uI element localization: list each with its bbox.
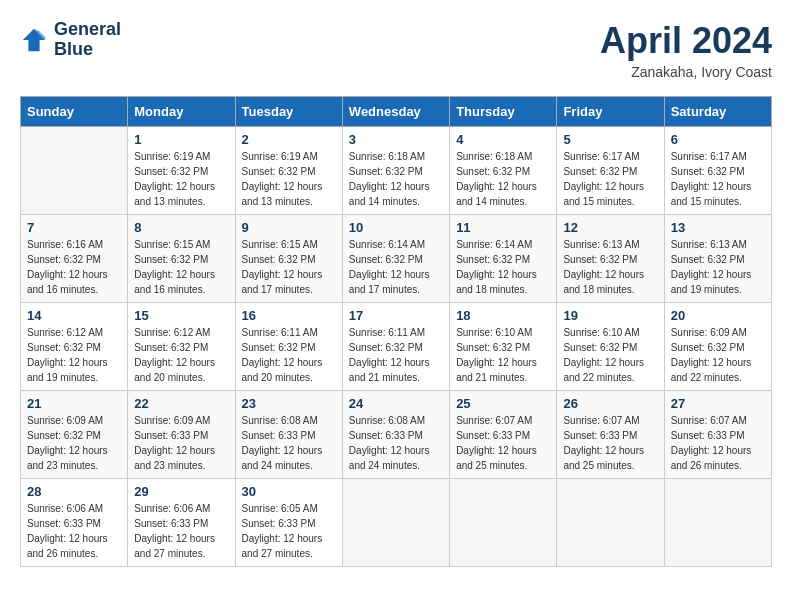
calendar-cell: 25 Sunrise: 6:07 AMSunset: 6:33 PMDaylig…	[450, 391, 557, 479]
calendar-cell: 24 Sunrise: 6:08 AMSunset: 6:33 PMDaylig…	[342, 391, 449, 479]
calendar-cell	[664, 479, 771, 567]
day-info: Sunrise: 6:12 AMSunset: 6:32 PMDaylight:…	[27, 325, 121, 385]
day-info: Sunrise: 6:18 AMSunset: 6:32 PMDaylight:…	[349, 149, 443, 209]
day-number: 17	[349, 308, 443, 323]
week-row-1: 1 Sunrise: 6:19 AMSunset: 6:32 PMDayligh…	[21, 127, 772, 215]
page-header: General Blue April 2024 Zanakaha, Ivory …	[20, 20, 772, 80]
header-day-tuesday: Tuesday	[235, 97, 342, 127]
day-info: Sunrise: 6:10 AMSunset: 6:32 PMDaylight:…	[563, 325, 657, 385]
day-info: Sunrise: 6:17 AMSunset: 6:32 PMDaylight:…	[563, 149, 657, 209]
day-info: Sunrise: 6:18 AMSunset: 6:32 PMDaylight:…	[456, 149, 550, 209]
day-number: 21	[27, 396, 121, 411]
day-info: Sunrise: 6:13 AMSunset: 6:32 PMDaylight:…	[563, 237, 657, 297]
calendar-cell: 23 Sunrise: 6:08 AMSunset: 6:33 PMDaylig…	[235, 391, 342, 479]
day-number: 16	[242, 308, 336, 323]
day-info: Sunrise: 6:17 AMSunset: 6:32 PMDaylight:…	[671, 149, 765, 209]
calendar-cell: 17 Sunrise: 6:11 AMSunset: 6:32 PMDaylig…	[342, 303, 449, 391]
calendar-cell: 22 Sunrise: 6:09 AMSunset: 6:33 PMDaylig…	[128, 391, 235, 479]
header-day-friday: Friday	[557, 97, 664, 127]
calendar-cell: 7 Sunrise: 6:16 AMSunset: 6:32 PMDayligh…	[21, 215, 128, 303]
logo-text: General Blue	[54, 20, 121, 60]
week-row-4: 21 Sunrise: 6:09 AMSunset: 6:32 PMDaylig…	[21, 391, 772, 479]
header-day-sunday: Sunday	[21, 97, 128, 127]
day-number: 1	[134, 132, 228, 147]
calendar-cell: 6 Sunrise: 6:17 AMSunset: 6:32 PMDayligh…	[664, 127, 771, 215]
day-number: 4	[456, 132, 550, 147]
calendar-body: 1 Sunrise: 6:19 AMSunset: 6:32 PMDayligh…	[21, 127, 772, 567]
day-number: 6	[671, 132, 765, 147]
day-number: 27	[671, 396, 765, 411]
day-info: Sunrise: 6:13 AMSunset: 6:32 PMDaylight:…	[671, 237, 765, 297]
day-number: 22	[134, 396, 228, 411]
calendar-cell: 19 Sunrise: 6:10 AMSunset: 6:32 PMDaylig…	[557, 303, 664, 391]
day-info: Sunrise: 6:10 AMSunset: 6:32 PMDaylight:…	[456, 325, 550, 385]
calendar-cell: 5 Sunrise: 6:17 AMSunset: 6:32 PMDayligh…	[557, 127, 664, 215]
day-info: Sunrise: 6:08 AMSunset: 6:33 PMDaylight:…	[242, 413, 336, 473]
calendar-header-row: SundayMondayTuesdayWednesdayThursdayFrid…	[21, 97, 772, 127]
day-info: Sunrise: 6:09 AMSunset: 6:32 PMDaylight:…	[27, 413, 121, 473]
day-info: Sunrise: 6:07 AMSunset: 6:33 PMDaylight:…	[671, 413, 765, 473]
calendar-cell: 2 Sunrise: 6:19 AMSunset: 6:32 PMDayligh…	[235, 127, 342, 215]
calendar-cell: 30 Sunrise: 6:05 AMSunset: 6:33 PMDaylig…	[235, 479, 342, 567]
day-info: Sunrise: 6:15 AMSunset: 6:32 PMDaylight:…	[134, 237, 228, 297]
day-info: Sunrise: 6:05 AMSunset: 6:33 PMDaylight:…	[242, 501, 336, 561]
calendar-cell: 26 Sunrise: 6:07 AMSunset: 6:33 PMDaylig…	[557, 391, 664, 479]
day-number: 8	[134, 220, 228, 235]
day-info: Sunrise: 6:19 AMSunset: 6:32 PMDaylight:…	[134, 149, 228, 209]
calendar-cell	[21, 127, 128, 215]
day-number: 30	[242, 484, 336, 499]
week-row-5: 28 Sunrise: 6:06 AMSunset: 6:33 PMDaylig…	[21, 479, 772, 567]
header-day-monday: Monday	[128, 97, 235, 127]
header-day-wednesday: Wednesday	[342, 97, 449, 127]
calendar-cell: 18 Sunrise: 6:10 AMSunset: 6:32 PMDaylig…	[450, 303, 557, 391]
day-number: 5	[563, 132, 657, 147]
calendar-cell	[557, 479, 664, 567]
day-number: 24	[349, 396, 443, 411]
calendar-cell: 14 Sunrise: 6:12 AMSunset: 6:32 PMDaylig…	[21, 303, 128, 391]
day-info: Sunrise: 6:07 AMSunset: 6:33 PMDaylight:…	[563, 413, 657, 473]
day-number: 29	[134, 484, 228, 499]
day-number: 11	[456, 220, 550, 235]
calendar-cell: 3 Sunrise: 6:18 AMSunset: 6:32 PMDayligh…	[342, 127, 449, 215]
day-number: 20	[671, 308, 765, 323]
day-number: 26	[563, 396, 657, 411]
day-number: 3	[349, 132, 443, 147]
logo-icon	[20, 26, 48, 54]
logo: General Blue	[20, 20, 121, 60]
day-info: Sunrise: 6:14 AMSunset: 6:32 PMDaylight:…	[456, 237, 550, 297]
day-info: Sunrise: 6:19 AMSunset: 6:32 PMDaylight:…	[242, 149, 336, 209]
calendar-cell: 27 Sunrise: 6:07 AMSunset: 6:33 PMDaylig…	[664, 391, 771, 479]
day-info: Sunrise: 6:16 AMSunset: 6:32 PMDaylight:…	[27, 237, 121, 297]
calendar-cell: 11 Sunrise: 6:14 AMSunset: 6:32 PMDaylig…	[450, 215, 557, 303]
calendar-cell: 15 Sunrise: 6:12 AMSunset: 6:32 PMDaylig…	[128, 303, 235, 391]
calendar-cell: 21 Sunrise: 6:09 AMSunset: 6:32 PMDaylig…	[21, 391, 128, 479]
day-number: 19	[563, 308, 657, 323]
day-info: Sunrise: 6:06 AMSunset: 6:33 PMDaylight:…	[27, 501, 121, 561]
day-info: Sunrise: 6:15 AMSunset: 6:32 PMDaylight:…	[242, 237, 336, 297]
day-info: Sunrise: 6:09 AMSunset: 6:32 PMDaylight:…	[671, 325, 765, 385]
calendar-cell: 20 Sunrise: 6:09 AMSunset: 6:32 PMDaylig…	[664, 303, 771, 391]
calendar-cell: 13 Sunrise: 6:13 AMSunset: 6:32 PMDaylig…	[664, 215, 771, 303]
day-number: 23	[242, 396, 336, 411]
day-number: 12	[563, 220, 657, 235]
calendar-cell: 28 Sunrise: 6:06 AMSunset: 6:33 PMDaylig…	[21, 479, 128, 567]
day-info: Sunrise: 6:14 AMSunset: 6:32 PMDaylight:…	[349, 237, 443, 297]
day-number: 9	[242, 220, 336, 235]
day-info: Sunrise: 6:06 AMSunset: 6:33 PMDaylight:…	[134, 501, 228, 561]
calendar-cell: 10 Sunrise: 6:14 AMSunset: 6:32 PMDaylig…	[342, 215, 449, 303]
calendar-cell: 16 Sunrise: 6:11 AMSunset: 6:32 PMDaylig…	[235, 303, 342, 391]
calendar-cell: 12 Sunrise: 6:13 AMSunset: 6:32 PMDaylig…	[557, 215, 664, 303]
day-number: 15	[134, 308, 228, 323]
week-row-2: 7 Sunrise: 6:16 AMSunset: 6:32 PMDayligh…	[21, 215, 772, 303]
day-info: Sunrise: 6:08 AMSunset: 6:33 PMDaylight:…	[349, 413, 443, 473]
week-row-3: 14 Sunrise: 6:12 AMSunset: 6:32 PMDaylig…	[21, 303, 772, 391]
day-info: Sunrise: 6:11 AMSunset: 6:32 PMDaylight:…	[349, 325, 443, 385]
calendar-cell: 4 Sunrise: 6:18 AMSunset: 6:32 PMDayligh…	[450, 127, 557, 215]
title-area: April 2024 Zanakaha, Ivory Coast	[600, 20, 772, 80]
calendar-cell: 9 Sunrise: 6:15 AMSunset: 6:32 PMDayligh…	[235, 215, 342, 303]
day-number: 14	[27, 308, 121, 323]
day-number: 2	[242, 132, 336, 147]
day-number: 13	[671, 220, 765, 235]
day-number: 28	[27, 484, 121, 499]
calendar-cell	[342, 479, 449, 567]
